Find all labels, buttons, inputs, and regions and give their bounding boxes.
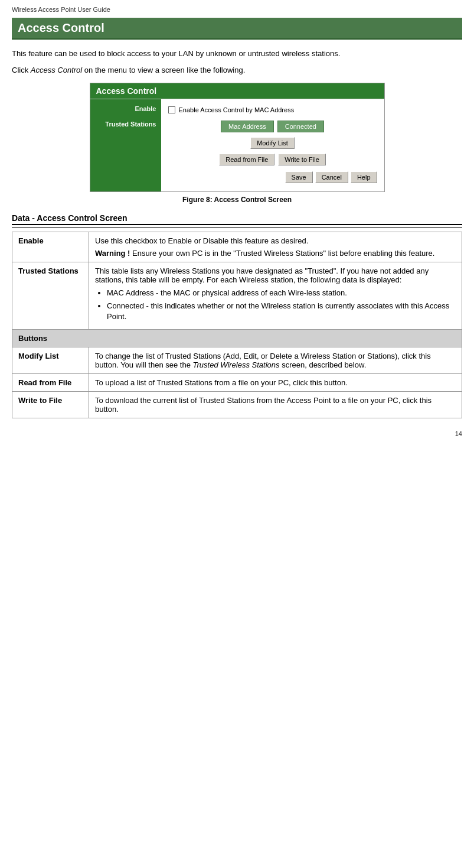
page-header: Wireless Access Point User Guide bbox=[12, 6, 462, 13]
connected-button[interactable]: Connected bbox=[277, 121, 324, 132]
ui-screenshot: Access Control Enable Trusted Stations E… bbox=[90, 83, 385, 192]
table-row-content: This table lists any Wireless Stations y… bbox=[89, 262, 462, 330]
list-item: MAC Address - the MAC or physical addres… bbox=[107, 288, 456, 298]
table-row: Modify ListTo change the list of Trusted… bbox=[12, 347, 462, 373]
ui-content: Enable Access Control by MAC Address Mac… bbox=[161, 99, 384, 191]
mac-address-button[interactable]: Mac Address bbox=[221, 121, 274, 132]
table-row-content: To change the list of Trusted Stations (… bbox=[89, 347, 462, 373]
section-title: Access Control bbox=[12, 18, 462, 40]
read-from-file-button[interactable]: Read from File bbox=[219, 154, 274, 165]
table-section-header: Buttons bbox=[12, 329, 462, 347]
row-main-text: To download the current list of Trusted … bbox=[95, 396, 456, 414]
table-row-label: Trusted Stations bbox=[12, 262, 89, 330]
save-button[interactable]: Save bbox=[285, 171, 313, 183]
list-item: Connected - this indicates whether or no… bbox=[107, 301, 456, 322]
table-row: Read from FileTo upload a list of Truste… bbox=[12, 373, 462, 391]
figure-caption: Figure 8: Access Control Screen bbox=[12, 196, 462, 204]
modify-list-row: Modify List bbox=[168, 137, 377, 149]
help-button[interactable]: Help bbox=[351, 171, 377, 183]
table-row: Write to FileTo download the current lis… bbox=[12, 391, 462, 418]
sidebar-trusted-label: Trusted Stations bbox=[90, 116, 161, 131]
ui-sidebar: Enable Trusted Stations bbox=[90, 99, 161, 191]
modify-list-italic: Trusted Wireless Stations bbox=[193, 360, 280, 369]
data-table-title: Data - Access Control Screen bbox=[12, 213, 462, 225]
page-number: 14 bbox=[12, 430, 462, 437]
table-row-label: Read from File bbox=[12, 373, 89, 391]
table-row-content: To upload a list of Trusted Stations fro… bbox=[89, 373, 462, 391]
enable-checkbox-label: Enable Access Control by MAC Address bbox=[179, 106, 295, 113]
table-row-content: Use this checkbox to Enable or Disable t… bbox=[89, 232, 462, 262]
table-row: EnableUse this checkbox to Enable or Dis… bbox=[12, 232, 462, 262]
table-row-label: Write to File bbox=[12, 391, 89, 418]
data-table: EnableUse this checkbox to Enable or Dis… bbox=[12, 232, 462, 418]
bullet-list: MAC Address - the MAC or physical addres… bbox=[107, 288, 456, 323]
intro-para2: Click Access Control on the menu to view… bbox=[12, 64, 462, 76]
mac-connected-row: Mac Address Connected bbox=[168, 121, 377, 132]
ui-body: Enable Trusted Stations Enable Access Co… bbox=[90, 99, 384, 191]
ui-title-bar: Access Control bbox=[90, 83, 384, 99]
sidebar-enable-label: Enable bbox=[90, 99, 161, 116]
enable-row: Enable Access Control by MAC Address bbox=[168, 104, 377, 116]
table-row: Trusted StationsThis table lists any Wir… bbox=[12, 262, 462, 330]
table-row-label: Modify List bbox=[12, 347, 89, 373]
table-row-content: To download the current list of Trusted … bbox=[89, 391, 462, 418]
row-main-text: This table lists any Wireless Stations y… bbox=[95, 266, 456, 284]
intro-para1: This feature can be used to block access… bbox=[12, 48, 462, 60]
modify-list-button[interactable]: Modify List bbox=[250, 137, 295, 149]
enable-checkbox[interactable] bbox=[168, 106, 175, 113]
file-buttons-row: Read from File Write to File bbox=[168, 154, 377, 165]
enable-warning-text: Warning ! Ensure your own PC is in the "… bbox=[95, 249, 456, 258]
warning-bold: Warning ! bbox=[95, 249, 130, 258]
bottom-buttons-row: Save Cancel Help bbox=[168, 171, 377, 187]
write-to-file-button[interactable]: Write to File bbox=[278, 154, 325, 165]
cancel-button[interactable]: Cancel bbox=[315, 171, 348, 183]
divider bbox=[12, 227, 462, 228]
enable-main-text: Use this checkbox to Enable or Disable t… bbox=[95, 236, 456, 245]
intro-para2-suffix: on the menu to view a screen like the fo… bbox=[82, 66, 245, 74]
intro-para2-prefix: Click bbox=[12, 66, 31, 74]
table-row-label: Enable bbox=[12, 232, 89, 262]
intro-para2-link: Access Control bbox=[31, 66, 82, 74]
modify-list-text-after: screen, described below. bbox=[280, 360, 367, 369]
row-main-text: To upload a list of Trusted Stations fro… bbox=[95, 378, 456, 387]
